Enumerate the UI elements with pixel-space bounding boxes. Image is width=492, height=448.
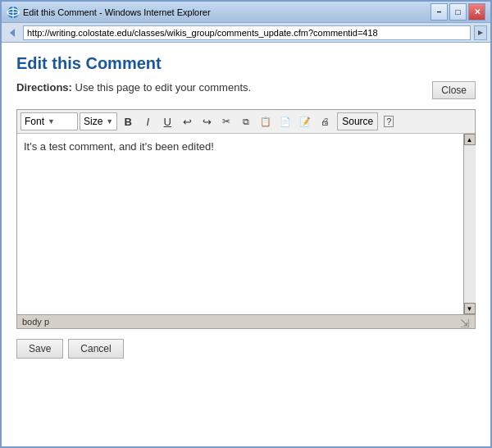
redo-icon: ↪	[203, 116, 212, 128]
resize-handle[interactable]: ⇲	[460, 317, 470, 327]
help-label: ?	[384, 116, 394, 127]
maximize-button[interactable]: □	[449, 3, 467, 21]
undo-button[interactable]: ↩	[178, 112, 196, 130]
editor-scrollbar: ▲ ▼	[463, 134, 475, 314]
font-select[interactable]: Font ▼	[20, 112, 78, 130]
back-icon	[5, 25, 20, 40]
scrollbar-up-button[interactable]: ▲	[464, 134, 476, 145]
editor-statusbar: body p ⇲	[17, 314, 475, 328]
bottom-buttons: Save Cancel	[16, 339, 476, 359]
scrollbar-down-button[interactable]: ▼	[464, 303, 476, 314]
paste-text-button[interactable]: 📄	[276, 112, 294, 130]
paste-text-icon: 📄	[280, 117, 291, 127]
svg-marker-5	[478, 30, 483, 35]
directions-text: Directions: Use this page to edit your c…	[16, 81, 251, 94]
undo-icon: ↩	[183, 116, 192, 128]
font-dropdown-arrow: ▼	[48, 117, 55, 126]
italic-button[interactable]: I	[139, 112, 157, 130]
size-select[interactable]: Size ▼	[80, 112, 117, 130]
page-title: Edit this Comment	[16, 54, 476, 73]
paste-button[interactable]: 📋	[257, 112, 275, 130]
copy-button[interactable]: ⧉	[237, 112, 255, 130]
address-input[interactable]	[23, 25, 471, 40]
title-bar: Edit this Comment - Windows Internet Exp…	[2, 2, 490, 23]
font-select-label: Font	[25, 116, 44, 127]
page-content: Edit this Comment Directions: Use this p…	[2, 43, 490, 446]
copy-icon: ⧉	[243, 117, 249, 127]
paste-word-button[interactable]: 📝	[296, 112, 314, 130]
directions-row: Directions: Use this page to edit your c…	[16, 81, 476, 99]
browser-window: Edit this Comment - Windows Internet Exp…	[0, 0, 492, 448]
address-go	[474, 25, 487, 40]
directions-label: Directions:	[16, 81, 72, 94]
print-icon: 🖨	[321, 117, 330, 126]
size-dropdown-arrow: ▼	[106, 117, 113, 126]
editor-body[interactable]: It's a test comment, and it's been edite…	[17, 134, 463, 314]
title-buttons: – □ ✕	[430, 3, 485, 21]
editor-container: Font ▼ Size ▼ B I U ↩	[16, 109, 476, 329]
close-page-button[interactable]: Close	[432, 81, 476, 99]
source-button[interactable]: Source	[337, 112, 378, 130]
browser-close-button[interactable]: ✕	[468, 3, 485, 21]
address-bar	[2, 23, 490, 43]
cut-button[interactable]: ✂	[217, 112, 235, 130]
size-select-label: Size	[84, 116, 102, 127]
save-button[interactable]: Save	[16, 339, 63, 359]
editor-toolbar: Font ▼ Size ▼ B I U ↩	[17, 110, 475, 134]
editor-body-wrapper: It's a test comment, and it's been edite…	[17, 134, 475, 314]
bold-button[interactable]: B	[119, 112, 137, 130]
paste-word-icon: 📝	[299, 117, 311, 127]
redo-button[interactable]: ↪	[198, 112, 216, 130]
paste-icon: 📋	[260, 117, 271, 127]
browser-title: Edit this Comment - Windows Internet Exp…	[23, 7, 211, 17]
cut-icon: ✂	[222, 116, 230, 127]
underline-button[interactable]: U	[158, 112, 176, 130]
svg-marker-4	[10, 29, 15, 37]
ie-icon	[7, 6, 20, 19]
title-bar-left: Edit this Comment - Windows Internet Exp…	[7, 6, 211, 19]
source-label: Source	[342, 116, 373, 127]
print-button[interactable]: 🖨	[316, 112, 334, 130]
cancel-button[interactable]: Cancel	[68, 339, 123, 359]
directions-body: Use this page to edit your comments.	[75, 81, 252, 94]
help-button[interactable]: ?	[380, 112, 398, 130]
statusbar-text: body p	[22, 317, 49, 327]
scrollbar-track	[464, 145, 476, 303]
minimize-button[interactable]: –	[430, 3, 448, 21]
